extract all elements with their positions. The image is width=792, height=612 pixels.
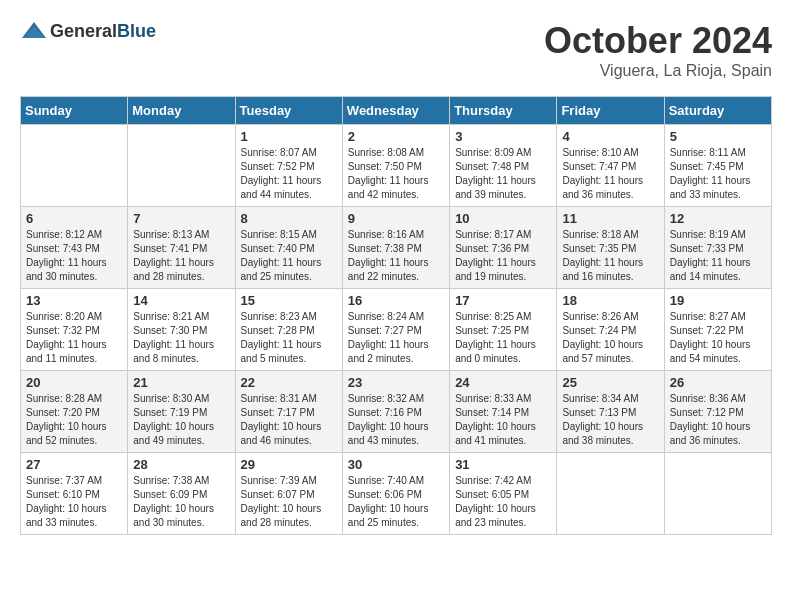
day-number: 23	[348, 375, 444, 390]
day-number: 30	[348, 457, 444, 472]
calendar-cell: 12Sunrise: 8:19 AM Sunset: 7:33 PM Dayli…	[664, 207, 771, 289]
calendar-header-friday: Friday	[557, 97, 664, 125]
cell-info: Sunrise: 8:08 AM Sunset: 7:50 PM Dayligh…	[348, 146, 444, 202]
logo-blue: Blue	[117, 21, 156, 41]
calendar-cell: 28Sunrise: 7:38 AM Sunset: 6:09 PM Dayli…	[128, 453, 235, 535]
cell-info: Sunrise: 8:13 AM Sunset: 7:41 PM Dayligh…	[133, 228, 229, 284]
day-number: 6	[26, 211, 122, 226]
calendar-week-row: 27Sunrise: 7:37 AM Sunset: 6:10 PM Dayli…	[21, 453, 772, 535]
day-number: 12	[670, 211, 766, 226]
day-number: 15	[241, 293, 337, 308]
day-number: 19	[670, 293, 766, 308]
calendar-week-row: 6Sunrise: 8:12 AM Sunset: 7:43 PM Daylig…	[21, 207, 772, 289]
cell-info: Sunrise: 8:28 AM Sunset: 7:20 PM Dayligh…	[26, 392, 122, 448]
calendar-header-saturday: Saturday	[664, 97, 771, 125]
calendar-cell: 24Sunrise: 8:33 AM Sunset: 7:14 PM Dayli…	[450, 371, 557, 453]
day-number: 4	[562, 129, 658, 144]
calendar-cell: 26Sunrise: 8:36 AM Sunset: 7:12 PM Dayli…	[664, 371, 771, 453]
calendar-body: 1Sunrise: 8:07 AM Sunset: 7:52 PM Daylig…	[21, 125, 772, 535]
calendar-cell: 4Sunrise: 8:10 AM Sunset: 7:47 PM Daylig…	[557, 125, 664, 207]
day-number: 31	[455, 457, 551, 472]
calendar-cell: 31Sunrise: 7:42 AM Sunset: 6:05 PM Dayli…	[450, 453, 557, 535]
calendar-cell: 18Sunrise: 8:26 AM Sunset: 7:24 PM Dayli…	[557, 289, 664, 371]
calendar-cell: 5Sunrise: 8:11 AM Sunset: 7:45 PM Daylig…	[664, 125, 771, 207]
calendar-cell: 13Sunrise: 8:20 AM Sunset: 7:32 PM Dayli…	[21, 289, 128, 371]
calendar-cell: 9Sunrise: 8:16 AM Sunset: 7:38 PM Daylig…	[342, 207, 449, 289]
cell-info: Sunrise: 8:18 AM Sunset: 7:35 PM Dayligh…	[562, 228, 658, 284]
logo-general: General	[50, 21, 117, 41]
calendar-header-sunday: Sunday	[21, 97, 128, 125]
day-number: 8	[241, 211, 337, 226]
day-number: 14	[133, 293, 229, 308]
day-number: 27	[26, 457, 122, 472]
cell-info: Sunrise: 8:19 AM Sunset: 7:33 PM Dayligh…	[670, 228, 766, 284]
cell-info: Sunrise: 8:07 AM Sunset: 7:52 PM Dayligh…	[241, 146, 337, 202]
calendar-cell: 8Sunrise: 8:15 AM Sunset: 7:40 PM Daylig…	[235, 207, 342, 289]
cell-info: Sunrise: 8:25 AM Sunset: 7:25 PM Dayligh…	[455, 310, 551, 366]
cell-info: Sunrise: 7:38 AM Sunset: 6:09 PM Dayligh…	[133, 474, 229, 530]
calendar-cell: 6Sunrise: 8:12 AM Sunset: 7:43 PM Daylig…	[21, 207, 128, 289]
day-number: 10	[455, 211, 551, 226]
logo-icon	[20, 20, 48, 42]
title-area: October 2024 Viguera, La Rioja, Spain	[544, 20, 772, 80]
cell-info: Sunrise: 8:26 AM Sunset: 7:24 PM Dayligh…	[562, 310, 658, 366]
calendar-cell: 23Sunrise: 8:32 AM Sunset: 7:16 PM Dayli…	[342, 371, 449, 453]
cell-info: Sunrise: 8:32 AM Sunset: 7:16 PM Dayligh…	[348, 392, 444, 448]
calendar-cell: 10Sunrise: 8:17 AM Sunset: 7:36 PM Dayli…	[450, 207, 557, 289]
cell-info: Sunrise: 8:17 AM Sunset: 7:36 PM Dayligh…	[455, 228, 551, 284]
cell-info: Sunrise: 8:33 AM Sunset: 7:14 PM Dayligh…	[455, 392, 551, 448]
day-number: 16	[348, 293, 444, 308]
logo: GeneralBlue	[20, 20, 156, 42]
cell-info: Sunrise: 8:30 AM Sunset: 7:19 PM Dayligh…	[133, 392, 229, 448]
calendar-cell: 16Sunrise: 8:24 AM Sunset: 7:27 PM Dayli…	[342, 289, 449, 371]
day-number: 20	[26, 375, 122, 390]
cell-info: Sunrise: 8:27 AM Sunset: 7:22 PM Dayligh…	[670, 310, 766, 366]
calendar-cell: 3Sunrise: 8:09 AM Sunset: 7:48 PM Daylig…	[450, 125, 557, 207]
calendar-cell: 25Sunrise: 8:34 AM Sunset: 7:13 PM Dayli…	[557, 371, 664, 453]
cell-info: Sunrise: 8:31 AM Sunset: 7:17 PM Dayligh…	[241, 392, 337, 448]
day-number: 29	[241, 457, 337, 472]
calendar-header-thursday: Thursday	[450, 97, 557, 125]
cell-info: Sunrise: 7:37 AM Sunset: 6:10 PM Dayligh…	[26, 474, 122, 530]
day-number: 21	[133, 375, 229, 390]
calendar-cell: 14Sunrise: 8:21 AM Sunset: 7:30 PM Dayli…	[128, 289, 235, 371]
location-title: Viguera, La Rioja, Spain	[544, 62, 772, 80]
day-number: 3	[455, 129, 551, 144]
cell-info: Sunrise: 8:16 AM Sunset: 7:38 PM Dayligh…	[348, 228, 444, 284]
calendar-week-row: 20Sunrise: 8:28 AM Sunset: 7:20 PM Dayli…	[21, 371, 772, 453]
cell-info: Sunrise: 7:40 AM Sunset: 6:06 PM Dayligh…	[348, 474, 444, 530]
day-number: 7	[133, 211, 229, 226]
calendar-cell: 20Sunrise: 8:28 AM Sunset: 7:20 PM Dayli…	[21, 371, 128, 453]
calendar-cell: 2Sunrise: 8:08 AM Sunset: 7:50 PM Daylig…	[342, 125, 449, 207]
calendar-cell	[128, 125, 235, 207]
calendar-header-row: SundayMondayTuesdayWednesdayThursdayFrid…	[21, 97, 772, 125]
day-number: 17	[455, 293, 551, 308]
calendar-cell: 29Sunrise: 7:39 AM Sunset: 6:07 PM Dayli…	[235, 453, 342, 535]
day-number: 24	[455, 375, 551, 390]
cell-info: Sunrise: 8:15 AM Sunset: 7:40 PM Dayligh…	[241, 228, 337, 284]
calendar-header-wednesday: Wednesday	[342, 97, 449, 125]
calendar-cell	[557, 453, 664, 535]
cell-info: Sunrise: 7:42 AM Sunset: 6:05 PM Dayligh…	[455, 474, 551, 530]
cell-info: Sunrise: 8:11 AM Sunset: 7:45 PM Dayligh…	[670, 146, 766, 202]
day-number: 5	[670, 129, 766, 144]
month-title: October 2024	[544, 20, 772, 62]
cell-info: Sunrise: 8:24 AM Sunset: 7:27 PM Dayligh…	[348, 310, 444, 366]
day-number: 2	[348, 129, 444, 144]
cell-info: Sunrise: 8:21 AM Sunset: 7:30 PM Dayligh…	[133, 310, 229, 366]
calendar-table: SundayMondayTuesdayWednesdayThursdayFrid…	[20, 96, 772, 535]
calendar-header-tuesday: Tuesday	[235, 97, 342, 125]
cell-info: Sunrise: 8:36 AM Sunset: 7:12 PM Dayligh…	[670, 392, 766, 448]
cell-info: Sunrise: 8:20 AM Sunset: 7:32 PM Dayligh…	[26, 310, 122, 366]
day-number: 25	[562, 375, 658, 390]
calendar-cell: 17Sunrise: 8:25 AM Sunset: 7:25 PM Dayli…	[450, 289, 557, 371]
calendar-cell: 7Sunrise: 8:13 AM Sunset: 7:41 PM Daylig…	[128, 207, 235, 289]
calendar-cell: 30Sunrise: 7:40 AM Sunset: 6:06 PM Dayli…	[342, 453, 449, 535]
calendar-cell: 19Sunrise: 8:27 AM Sunset: 7:22 PM Dayli…	[664, 289, 771, 371]
calendar-cell: 15Sunrise: 8:23 AM Sunset: 7:28 PM Dayli…	[235, 289, 342, 371]
calendar-cell	[664, 453, 771, 535]
day-number: 28	[133, 457, 229, 472]
calendar-cell: 11Sunrise: 8:18 AM Sunset: 7:35 PM Dayli…	[557, 207, 664, 289]
day-number: 9	[348, 211, 444, 226]
day-number: 22	[241, 375, 337, 390]
